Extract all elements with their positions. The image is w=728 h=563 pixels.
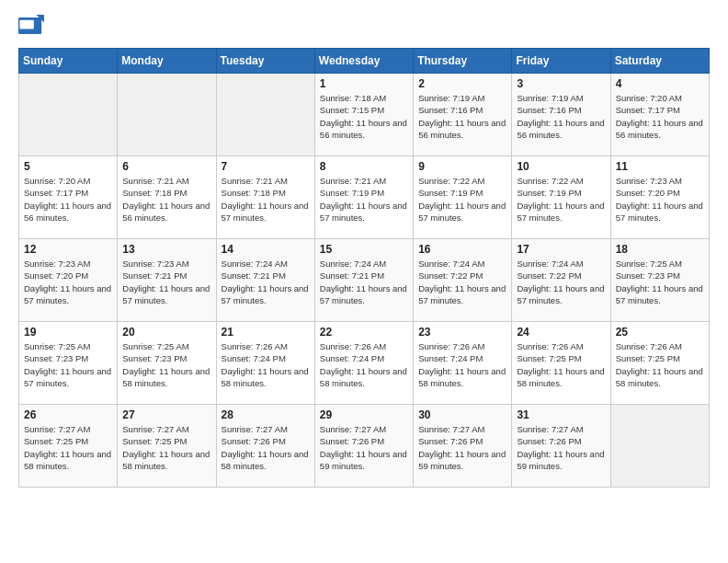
calendar-cell: 6Sunrise: 7:21 AM Sunset: 7:18 PM Daylig… [118, 156, 216, 239]
calendar-cell: 23Sunrise: 7:26 AM Sunset: 7:24 PM Dayli… [414, 322, 512, 405]
calendar-cell: 4Sunrise: 7:20 AM Sunset: 7:17 PM Daylig… [610, 74, 709, 156]
day-info: Sunrise: 7:25 AM Sunset: 7:23 PM Dayligh… [616, 258, 704, 306]
day-info: Sunrise: 7:26 AM Sunset: 7:25 PM Dayligh… [517, 340, 605, 389]
day-info: Sunrise: 7:22 AM Sunset: 7:19 PM Dayligh… [517, 175, 605, 224]
day-info: Sunrise: 7:26 AM Sunset: 7:24 PM Dayligh… [418, 340, 506, 389]
calendar-cell: 10Sunrise: 7:22 AM Sunset: 7:19 PM Dayli… [512, 156, 610, 239]
day-number: 29 [320, 408, 408, 421]
day-number: 2 [418, 77, 506, 90]
day-info: Sunrise: 7:21 AM Sunset: 7:18 PM Dayligh… [122, 175, 210, 224]
calendar-cell: 9Sunrise: 7:22 AM Sunset: 7:19 PM Daylig… [414, 156, 512, 239]
calendar-cell [610, 405, 709, 488]
day-number: 1 [320, 77, 408, 90]
day-number: 11 [616, 160, 704, 173]
calendar-cell [118, 74, 216, 156]
day-number: 6 [122, 160, 210, 173]
day-number: 21 [222, 326, 310, 339]
day-info: Sunrise: 7:19 AM Sunset: 7:16 PM Dayligh… [418, 92, 506, 141]
day-info: Sunrise: 7:23 AM Sunset: 7:21 PM Dayligh… [122, 258, 210, 306]
day-number: 20 [122, 326, 210, 339]
calendar-cell: 14Sunrise: 7:24 AM Sunset: 7:21 PM Dayli… [216, 239, 314, 322]
day-info: Sunrise: 7:27 AM Sunset: 7:26 PM Dayligh… [320, 423, 408, 472]
day-number: 24 [517, 326, 605, 339]
calendar-cell: 12Sunrise: 7:23 AM Sunset: 7:20 PM Dayli… [19, 239, 118, 322]
day-number: 19 [24, 326, 112, 339]
calendar-cell: 24Sunrise: 7:26 AM Sunset: 7:25 PM Dayli… [512, 322, 610, 405]
day-info: Sunrise: 7:27 AM Sunset: 7:25 PM Dayligh… [122, 423, 210, 472]
day-info: Sunrise: 7:26 AM Sunset: 7:25 PM Dayligh… [616, 340, 704, 389]
day-info: Sunrise: 7:20 AM Sunset: 7:17 PM Dayligh… [616, 92, 704, 141]
calendar-cell: 31Sunrise: 7:27 AM Sunset: 7:26 PM Dayli… [512, 405, 610, 488]
day-info: Sunrise: 7:27 AM Sunset: 7:25 PM Dayligh… [24, 423, 112, 472]
day-number: 12 [24, 243, 112, 256]
day-number: 17 [517, 243, 605, 256]
calendar-cell: 16Sunrise: 7:24 AM Sunset: 7:22 PM Dayli… [414, 239, 512, 322]
day-info: Sunrise: 7:23 AM Sunset: 7:20 PM Dayligh… [24, 258, 112, 306]
calendar-cell: 20Sunrise: 7:25 AM Sunset: 7:23 PM Dayli… [118, 322, 216, 405]
calendar-cell: 3Sunrise: 7:19 AM Sunset: 7:16 PM Daylig… [512, 74, 610, 156]
day-number: 26 [24, 408, 112, 421]
day-info: Sunrise: 7:24 AM Sunset: 7:21 PM Dayligh… [222, 258, 310, 306]
weekday-header-monday: Monday [118, 49, 216, 74]
calendar-cell: 7Sunrise: 7:21 AM Sunset: 7:18 PM Daylig… [216, 156, 314, 239]
day-info: Sunrise: 7:25 AM Sunset: 7:23 PM Dayligh… [122, 340, 210, 389]
calendar-cell: 5Sunrise: 7:20 AM Sunset: 7:17 PM Daylig… [19, 156, 118, 239]
day-info: Sunrise: 7:24 AM Sunset: 7:21 PM Dayligh… [320, 258, 408, 306]
day-info: Sunrise: 7:19 AM Sunset: 7:16 PM Dayligh… [517, 92, 605, 141]
day-info: Sunrise: 7:24 AM Sunset: 7:22 PM Dayligh… [418, 258, 506, 306]
day-number: 5 [24, 160, 112, 173]
calendar-cell [216, 74, 314, 156]
generalblue-icon [18, 15, 44, 37]
calendar-cell: 2Sunrise: 7:19 AM Sunset: 7:16 PM Daylig… [414, 74, 512, 156]
weekday-header-saturday: Saturday [610, 49, 709, 74]
calendar-cell: 18Sunrise: 7:25 AM Sunset: 7:23 PM Dayli… [610, 239, 709, 322]
calendar-week-3: 12Sunrise: 7:23 AM Sunset: 7:20 PM Dayli… [19, 239, 710, 322]
calendar-cell: 29Sunrise: 7:27 AM Sunset: 7:26 PM Dayli… [314, 405, 413, 488]
day-number: 13 [122, 243, 210, 256]
weekday-header-wednesday: Wednesday [314, 49, 413, 74]
calendar-cell: 11Sunrise: 7:23 AM Sunset: 7:20 PM Dayli… [610, 156, 709, 239]
day-number: 8 [320, 160, 408, 173]
day-number: 9 [418, 160, 506, 173]
day-number: 30 [418, 408, 506, 421]
calendar-cell: 26Sunrise: 7:27 AM Sunset: 7:25 PM Dayli… [19, 405, 118, 488]
day-info: Sunrise: 7:18 AM Sunset: 7:15 PM Dayligh… [320, 92, 408, 141]
day-number: 14 [222, 243, 310, 256]
day-info: Sunrise: 7:23 AM Sunset: 7:20 PM Dayligh… [616, 175, 704, 224]
calendar-cell: 1Sunrise: 7:18 AM Sunset: 7:15 PM Daylig… [314, 74, 413, 156]
calendar-cell: 17Sunrise: 7:24 AM Sunset: 7:22 PM Dayli… [512, 239, 610, 322]
day-info: Sunrise: 7:20 AM Sunset: 7:17 PM Dayligh… [24, 175, 112, 224]
day-number: 22 [320, 326, 408, 339]
calendar-cell: 30Sunrise: 7:27 AM Sunset: 7:26 PM Dayli… [414, 405, 512, 488]
day-number: 4 [616, 77, 704, 90]
day-number: 10 [517, 160, 605, 173]
day-info: Sunrise: 7:21 AM Sunset: 7:19 PM Dayligh… [320, 175, 408, 224]
svg-rect-2 [19, 20, 33, 29]
logo [18, 15, 48, 37]
day-number: 7 [222, 160, 310, 173]
calendar-week-1: 1Sunrise: 7:18 AM Sunset: 7:15 PM Daylig… [19, 74, 710, 156]
day-number: 3 [517, 77, 605, 90]
day-info: Sunrise: 7:26 AM Sunset: 7:24 PM Dayligh… [320, 340, 408, 389]
day-info: Sunrise: 7:22 AM Sunset: 7:19 PM Dayligh… [418, 175, 506, 224]
day-info: Sunrise: 7:21 AM Sunset: 7:18 PM Dayligh… [222, 175, 310, 224]
day-number: 25 [616, 326, 704, 339]
weekday-header-friday: Friday [512, 49, 610, 74]
day-info: Sunrise: 7:25 AM Sunset: 7:23 PM Dayligh… [24, 340, 112, 389]
day-number: 16 [418, 243, 506, 256]
weekday-header-tuesday: Tuesday [216, 49, 314, 74]
calendar-cell: 22Sunrise: 7:26 AM Sunset: 7:24 PM Dayli… [314, 322, 413, 405]
day-info: Sunrise: 7:27 AM Sunset: 7:26 PM Dayligh… [222, 423, 310, 472]
page-header [18, 15, 710, 37]
day-number: 15 [320, 243, 408, 256]
day-info: Sunrise: 7:27 AM Sunset: 7:26 PM Dayligh… [418, 423, 506, 472]
day-info: Sunrise: 7:27 AM Sunset: 7:26 PM Dayligh… [517, 423, 605, 472]
calendar-table: SundayMondayTuesdayWednesdayThursdayFrid… [18, 48, 710, 488]
day-number: 31 [517, 408, 605, 421]
calendar-cell: 21Sunrise: 7:26 AM Sunset: 7:24 PM Dayli… [216, 322, 314, 405]
calendar-week-5: 26Sunrise: 7:27 AM Sunset: 7:25 PM Dayli… [19, 405, 710, 488]
calendar-cell: 15Sunrise: 7:24 AM Sunset: 7:21 PM Dayli… [314, 239, 413, 322]
calendar-week-4: 19Sunrise: 7:25 AM Sunset: 7:23 PM Dayli… [19, 322, 710, 405]
day-number: 18 [616, 243, 704, 256]
day-info: Sunrise: 7:24 AM Sunset: 7:22 PM Dayligh… [517, 258, 605, 306]
